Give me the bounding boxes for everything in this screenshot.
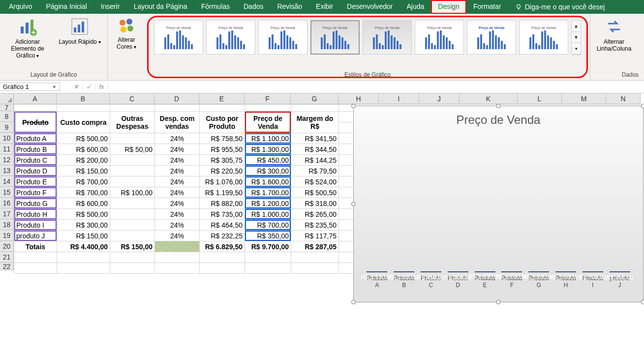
cell[interactable]: [57, 252, 110, 263]
cell[interactable]: [245, 252, 291, 263]
chart-style-thumb-2[interactable]: Preço de Venda: [206, 20, 255, 55]
cell[interactable]: R$ 700,00: [57, 176, 110, 187]
col-header-L[interactable]: L: [518, 93, 562, 104]
cell[interactable]: 24%: [155, 198, 200, 209]
cell[interactable]: R$ 700,00: [245, 220, 291, 231]
cell[interactable]: [57, 263, 110, 274]
row-header-11[interactable]: 11: [0, 144, 14, 154]
resize-handle-s[interactable]: [496, 300, 501, 304]
cell[interactable]: R$ 450,00: [245, 155, 291, 166]
cell[interactable]: R$ 1.199,50: [200, 187, 245, 198]
cell[interactable]: R$ 305,75: [200, 155, 245, 166]
row-header-14[interactable]: 14: [0, 176, 14, 187]
cell[interactable]: [14, 263, 57, 274]
tab-pagina-inicial[interactable]: Página Inicial: [39, 0, 93, 14]
chart-bar[interactable]: R$ 1.200,00: [525, 271, 552, 272]
chart-bar[interactable]: R$ 1.600,00: [472, 271, 498, 272]
tab-layout-pagina[interactable]: Layout da Página: [127, 0, 194, 14]
cell[interactable]: R$ 341,50: [291, 133, 339, 144]
cell[interactable]: R$ 464,50: [200, 220, 245, 231]
row-header-20[interactable]: 20: [0, 241, 14, 252]
row-header-19[interactable]: 19: [0, 230, 14, 241]
cell[interactable]: [155, 263, 200, 274]
cell[interactable]: R$ 300,00: [245, 166, 291, 176]
cell[interactable]: R$ 144,25: [291, 155, 339, 166]
cell[interactable]: [291, 252, 339, 263]
col-header-B[interactable]: B: [57, 93, 110, 104]
cell[interactable]: Margem doR$: [291, 112, 339, 133]
enter-formula-button[interactable]: ✓: [83, 83, 95, 90]
cell[interactable]: [110, 166, 155, 176]
tab-formulas[interactable]: Fórmulas: [194, 0, 237, 14]
col-header-E[interactable]: E: [199, 93, 245, 104]
resize-handle-sw[interactable]: [351, 300, 356, 304]
gallery-more-button[interactable]: ▾: [572, 43, 581, 55]
tab-dados[interactable]: Dados: [237, 0, 270, 14]
row-header-17[interactable]: 17: [0, 208, 14, 219]
add-chart-element-button[interactable]: Adicionar Elemento de Gráfico: [4, 17, 51, 59]
chart-title[interactable]: Preço de Venda: [354, 106, 643, 130]
cell[interactable]: R$ 220,50: [200, 166, 245, 176]
row-header-21[interactable]: 21: [0, 252, 14, 262]
gallery-up-button[interactable]: ▲: [572, 21, 581, 32]
tab-revisao[interactable]: Revisão: [270, 0, 309, 14]
change-colors-button[interactable]: Alterar Cores: [112, 17, 141, 50]
cell[interactable]: Custo compra: [57, 112, 110, 133]
chart-style-thumb-6[interactable]: Preço de Venda: [415, 20, 464, 55]
row-header-7[interactable]: 7: [0, 104, 14, 111]
cell[interactable]: [110, 105, 155, 112]
col-header-H[interactable]: H: [338, 93, 379, 104]
cell[interactable]: [14, 105, 57, 112]
resize-handle-n[interactable]: [496, 104, 501, 108]
cell[interactable]: [291, 105, 339, 112]
select-all-corner[interactable]: [0, 93, 14, 104]
resize-handle-w[interactable]: [351, 202, 356, 206]
cell[interactable]: OutrasDespesas: [110, 112, 155, 133]
chart-bar[interactable]: R$ 700,00: [580, 271, 606, 272]
cell[interactable]: Produto I: [14, 220, 57, 231]
tab-desenvolvedor[interactable]: Desenvolvedor: [340, 0, 399, 14]
cell[interactable]: R$ 1.100,00: [245, 133, 291, 144]
cell[interactable]: R$ 500,50: [291, 187, 339, 198]
col-header-K[interactable]: K: [460, 93, 518, 104]
chart-bar[interactable]: R$ 450,00: [418, 271, 444, 272]
cancel-formula-button[interactable]: ✕: [70, 83, 83, 90]
col-header-D[interactable]: D: [154, 93, 199, 104]
chart-style-thumb-3[interactable]: Preço de Venda: [258, 20, 307, 55]
cell[interactable]: [110, 252, 155, 263]
chart-bar[interactable]: R$ 1.700,00: [498, 271, 525, 272]
cell[interactable]: R$ 150,00: [57, 166, 110, 176]
chart-bar[interactable]: R$ 1.000,00: [552, 271, 579, 272]
cell[interactable]: 24%: [155, 220, 200, 231]
cell[interactable]: [245, 105, 291, 112]
cell[interactable]: R$ 882,00: [200, 198, 245, 209]
cell[interactable]: [57, 105, 110, 112]
cell[interactable]: [200, 263, 245, 274]
cell[interactable]: 24%: [155, 144, 200, 155]
cell[interactable]: [110, 198, 155, 209]
tell-me-search[interactable]: Diga-me o que você desej: [508, 0, 612, 14]
cell[interactable]: Produto F: [14, 187, 57, 198]
cell[interactable]: Produto G: [14, 198, 57, 209]
select-data-button[interactable]: Selec Dac: [642, 17, 644, 52]
cell[interactable]: R$ 232,25: [200, 231, 245, 241]
col-header-J[interactable]: J: [419, 93, 460, 104]
cell[interactable]: R$ 50,00: [110, 144, 155, 155]
cell[interactable]: R$ 6.829,50: [200, 241, 245, 252]
chart-bar[interactable]: R$ 1.300,00: [391, 271, 417, 272]
row-header-13[interactable]: 13: [0, 165, 14, 176]
cell[interactable]: R$ 1.700,00: [245, 187, 291, 198]
chart-style-thumb-7[interactable]: Preço de Venda: [467, 20, 516, 55]
row-header-10[interactable]: 10: [0, 133, 14, 144]
cell[interactable]: R$ 200,00: [57, 155, 110, 166]
switch-row-column-button[interactable]: Alternar Linha/Coluna: [594, 17, 634, 52]
cell[interactable]: [155, 252, 200, 263]
cell[interactable]: [110, 231, 155, 241]
row-header-18[interactable]: 18: [0, 219, 14, 230]
cell[interactable]: R$ 600,00: [57, 144, 110, 155]
tab-design[interactable]: Design: [431, 0, 466, 14]
cell[interactable]: R$ 1.300,00: [245, 144, 291, 155]
cell[interactable]: R$ 117,75: [291, 231, 339, 241]
name-box[interactable]: Gráfico 1 ▼: [0, 83, 60, 91]
cell[interactable]: R$ 600,00: [57, 198, 110, 209]
